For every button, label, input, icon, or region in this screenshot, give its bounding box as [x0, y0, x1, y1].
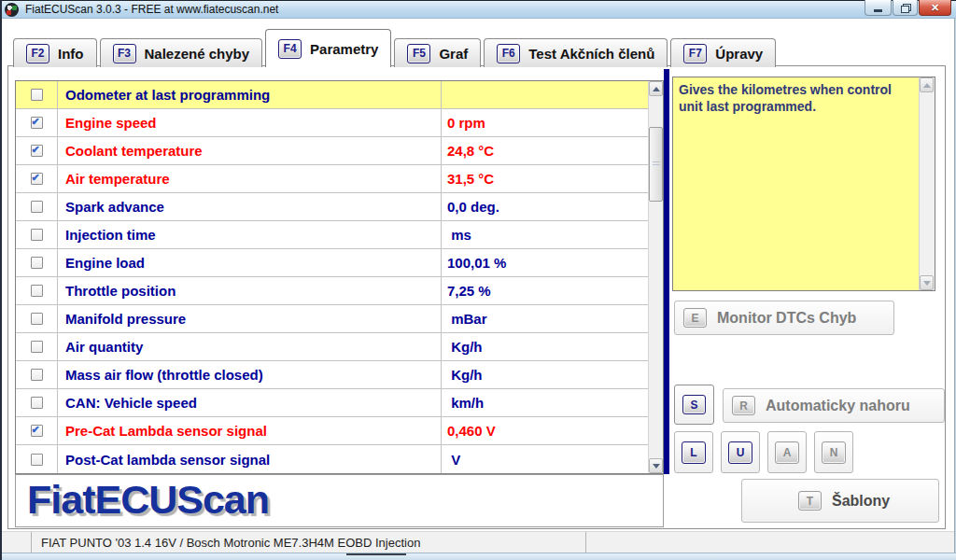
- tab-f6[interactable]: F6Test Akčních členů: [484, 38, 668, 67]
- row-checkbox[interactable]: [31, 425, 43, 437]
- table-row: Throttle position7,25 %: [16, 277, 648, 305]
- checkbox-cell: [16, 193, 58, 220]
- info-scrollbar[interactable]: [919, 77, 935, 290]
- param-name: Air quantity: [58, 333, 442, 360]
- tab-f7[interactable]: F7Úpravy: [670, 38, 776, 67]
- tab-f4[interactable]: F4Parametry: [265, 29, 391, 67]
- scroll-down-button[interactable]: [649, 458, 663, 473]
- s-key-badge: S: [682, 395, 706, 414]
- param-value: Kg/h: [442, 361, 648, 388]
- tab-f5[interactable]: F5Graf: [394, 38, 481, 67]
- row-checkbox[interactable]: [31, 257, 43, 269]
- param-name: Manifold pressure: [58, 305, 442, 332]
- key-button-row: LUAN: [674, 431, 945, 473]
- minimize-button[interactable]: [865, 0, 892, 16]
- table-row: Spark advance0,0 deg.: [16, 193, 648, 221]
- info-scroll-up-button[interactable]: [920, 77, 934, 92]
- tab-label: Nalezené chyby: [145, 46, 250, 62]
- taskbar-item-edge: [346, 553, 406, 555]
- status-separator: [31, 532, 32, 553]
- restore-button[interactable]: [893, 0, 918, 16]
- row-checkbox[interactable]: [31, 369, 43, 381]
- a-key-badge: A: [775, 441, 799, 464]
- window-left-border: [0, 0, 2, 560]
- table-row: Mass air flow (throttle closed) Kg/h: [16, 361, 648, 389]
- param-name: Engine speed: [58, 109, 442, 136]
- tab-bar: F2InfoF3Nalezené chybyF4ParametryF5GrafF…: [13, 29, 776, 67]
- row-checkbox[interactable]: [31, 229, 43, 241]
- checkbox-cell: [16, 389, 58, 416]
- checkbox-cell: [16, 445, 58, 473]
- row-checkbox[interactable]: [31, 454, 43, 466]
- param-name: Pre-Cat Lambda sensor signal: [58, 417, 442, 444]
- l-key-badge: L: [682, 441, 706, 464]
- row-checkbox[interactable]: [31, 145, 43, 157]
- arrow-up-icon: [923, 83, 931, 88]
- checkbox-cell: [16, 361, 58, 388]
- arrow-up-icon: [653, 87, 660, 91]
- fkey-f4-badge: F4: [278, 39, 302, 59]
- s-key-button[interactable]: S: [674, 385, 714, 425]
- n-key-badge: N: [822, 441, 846, 464]
- table-row: Pre-Cat Lambda sensor signal0,460 V: [16, 417, 648, 445]
- param-name: Spark advance: [58, 193, 442, 220]
- table-row: Air quantity Kg/h: [16, 333, 648, 361]
- t-key-badge: T: [798, 491, 822, 511]
- app-icon: [5, 3, 19, 17]
- monitor-dtcs-label: Monitor DTCs Chyb: [717, 310, 856, 327]
- param-name: Engine load: [58, 249, 442, 276]
- row-checkbox[interactable]: [31, 341, 43, 353]
- param-value: 0,0 deg.: [442, 193, 648, 220]
- arrow-down-icon: [653, 464, 660, 469]
- param-value: V: [442, 445, 648, 473]
- row-checkbox[interactable]: [31, 313, 43, 325]
- row-checkbox[interactable]: [31, 89, 43, 101]
- param-name: Air temperature: [58, 165, 442, 192]
- table-row: Engine load100,01 %: [16, 249, 648, 277]
- row-checkbox[interactable]: [31, 117, 43, 129]
- param-name: Throttle position: [58, 277, 442, 304]
- checkbox-cell: [16, 109, 58, 136]
- checkbox-cell: [16, 249, 58, 276]
- row-checkbox[interactable]: [31, 173, 43, 185]
- param-name: Odometer at last programming: [58, 81, 442, 108]
- table-row: Injection time ms: [16, 221, 648, 249]
- key-button-n[interactable]: N: [814, 431, 853, 473]
- scroll-up-button[interactable]: [649, 81, 663, 96]
- fkey-f7-badge: F7: [683, 44, 707, 63]
- table-row: Manifold pressure mBar: [16, 305, 648, 333]
- monitor-dtcs-button[interactable]: E Monitor DTCs Chyb: [674, 301, 894, 335]
- param-value: mBar: [442, 305, 648, 332]
- r-key-badge: R: [732, 396, 755, 415]
- tab-label: Info: [58, 46, 84, 62]
- param-name: Post-Cat lambda sensor signal: [58, 445, 442, 473]
- row-checkbox[interactable]: [31, 397, 43, 409]
- key-button-a[interactable]: A: [767, 431, 807, 473]
- checkbox-cell: [16, 221, 58, 248]
- taskbar-sliver: [0, 553, 956, 560]
- table-row: Post-Cat lambda sensor signal V: [16, 445, 648, 473]
- param-name: Mass air flow (throttle closed): [58, 361, 442, 388]
- templates-button[interactable]: T Šablony: [741, 479, 939, 523]
- tab-f2[interactable]: F2Info: [13, 38, 97, 67]
- close-button[interactable]: ✕: [919, 0, 951, 16]
- row-checkbox[interactable]: [31, 285, 43, 297]
- param-table-body: Odometer at last programmingEngine speed…: [16, 81, 648, 473]
- title-bar: FiatECUScan 3.0.3 - FREE at www.fiatecus…: [0, 0, 956, 19]
- key-button-l[interactable]: L: [674, 431, 713, 473]
- param-value: 0,460 V: [442, 417, 648, 444]
- tab-f3[interactable]: F3Nalezené chyby: [100, 38, 263, 67]
- table-scrollbar[interactable]: [648, 81, 663, 473]
- checkbox-cell: [16, 277, 58, 304]
- auto-scroll-top-label: Automaticky nahoru: [766, 398, 910, 414]
- checkbox-cell: [16, 81, 58, 108]
- tab-label: Parametry: [310, 41, 378, 57]
- window-controls: ✕: [865, 0, 951, 16]
- auto-scroll-top-button[interactable]: R Automaticky nahoru: [723, 388, 945, 423]
- row-checkbox[interactable]: [31, 201, 43, 213]
- param-name: CAN: Vehicle speed: [58, 389, 442, 416]
- info-scroll-down-button[interactable]: [920, 275, 934, 290]
- parameter-table: Odometer at last programmingEngine speed…: [15, 80, 664, 474]
- scrollbar-thumb[interactable]: [649, 127, 663, 202]
- key-button-u[interactable]: U: [721, 431, 760, 473]
